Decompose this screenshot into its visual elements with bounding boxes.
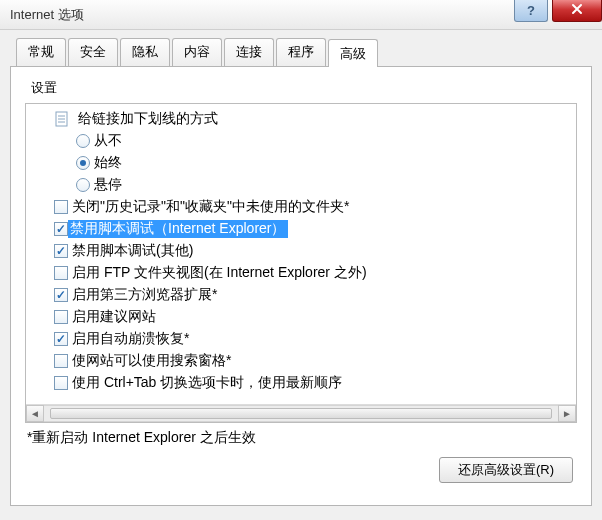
tab-label: 程序 [288,44,314,59]
check-label: 使用 Ctrl+Tab 切换选项卡时，使用最新顺序 [68,374,342,392]
check-row[interactable]: 禁用脚本调试(其他) [32,240,570,262]
titlebar: Internet 选项 ? [0,0,602,30]
tab-bar: 常规安全隐私内容连接程序高级 [10,38,592,66]
content-area: 常规安全隐私内容连接程序高级 设置 给链接加下划线的方式 从不始终 [0,30,602,516]
check-label: 启用建议网站 [68,308,156,326]
checkbox-icon [54,266,68,280]
help-button[interactable]: ? [514,0,548,22]
tab-label: 隐私 [132,44,158,59]
settings-tree: 给链接加下划线的方式 从不始终悬停 关闭"历史记录"和"收藏夹"中未使用的文件夹… [25,103,577,423]
tab-label: 内容 [184,44,210,59]
document-icon [54,111,70,127]
radio-row[interactable]: 始终 [32,152,570,174]
scroll-right-button[interactable]: ► [558,405,576,422]
check-row[interactable]: 启用建议网站 [32,306,570,328]
tab-6[interactable]: 高级 [328,39,378,67]
restore-advanced-button[interactable]: 还原高级设置(R) [439,457,573,483]
check-row[interactable]: 关闭"历史记录"和"收藏夹"中未使用的文件夹* [32,196,570,218]
help-icon: ? [527,3,535,18]
radio-label: 从不 [90,132,122,150]
titlebar-buttons: ? [514,0,602,22]
close-icon [571,3,583,18]
radio-icon [76,134,90,148]
radio-label: 始终 [90,154,122,172]
checkbox-icon [54,354,68,368]
close-button[interactable] [552,0,602,22]
scroll-track[interactable] [44,405,558,422]
check-label: 关闭"历史记录"和"收藏夹"中未使用的文件夹* [68,198,349,216]
tab-panel-advanced: 设置 给链接加下划线的方式 从不始终悬停 关闭"历史记录"和"收藏 [10,66,592,506]
check-row[interactable]: 禁用脚本调试（Internet Explorer） [32,218,570,240]
tab-label: 高级 [340,46,366,61]
scroll-thumb[interactable] [50,408,552,419]
group-label-settings: 设置 [31,79,577,97]
radio-icon [76,156,90,170]
check-row[interactable]: 使用 Ctrl+Tab 切换选项卡时，使用最新顺序 [32,372,570,394]
check-label: 启用自动崩溃恢复* [68,330,189,348]
checkbox-icon [54,222,68,236]
scroll-left-button[interactable]: ◄ [26,405,44,422]
checkbox-icon [54,376,68,390]
radio-row[interactable]: 从不 [32,130,570,152]
check-label: 启用第三方浏览器扩展* [68,286,217,304]
check-label: 启用 FTP 文件夹视图(在 Internet Explorer 之外) [68,264,367,282]
check-label: 使网站可以使用搜索窗格* [68,352,231,370]
radio-label: 悬停 [90,176,122,194]
tab-3[interactable]: 内容 [172,38,222,66]
tree-header-underline: 给链接加下划线的方式 [32,108,570,130]
window-title: Internet 选项 [10,6,84,24]
checkbox-icon [54,332,68,346]
checkbox-icon [54,288,68,302]
tab-label: 安全 [80,44,106,59]
check-row[interactable]: 启用第三方浏览器扩展* [32,284,570,306]
horizontal-scrollbar[interactable]: ◄ ► [26,404,576,422]
radio-icon [76,178,90,192]
checkbox-icon [54,310,68,324]
tab-label: 连接 [236,44,262,59]
tab-0[interactable]: 常规 [16,38,66,66]
tree-header-label: 给链接加下划线的方式 [74,110,218,128]
checkbox-icon [54,244,68,258]
tab-4[interactable]: 连接 [224,38,274,66]
tab-2[interactable]: 隐私 [120,38,170,66]
check-label: 禁用脚本调试(其他) [68,242,193,260]
check-label: 禁用脚本调试（Internet Explorer） [68,220,288,238]
checkbox-icon [54,200,68,214]
settings-tree-viewport[interactable]: 给链接加下划线的方式 从不始终悬停 关闭"历史记录"和"收藏夹"中未使用的文件夹… [26,104,576,404]
restart-footnote: *重新启动 Internet Explorer 之后生效 [27,429,577,447]
restore-row: 还原高级设置(R) [25,457,577,483]
check-row[interactable]: 使网站可以使用搜索窗格* [32,350,570,372]
radio-row[interactable]: 悬停 [32,174,570,196]
check-row[interactable]: 启用自动崩溃恢复* [32,328,570,350]
tab-1[interactable]: 安全 [68,38,118,66]
tab-label: 常规 [28,44,54,59]
check-row[interactable]: 启用 FTP 文件夹视图(在 Internet Explorer 之外) [32,262,570,284]
tab-5[interactable]: 程序 [276,38,326,66]
